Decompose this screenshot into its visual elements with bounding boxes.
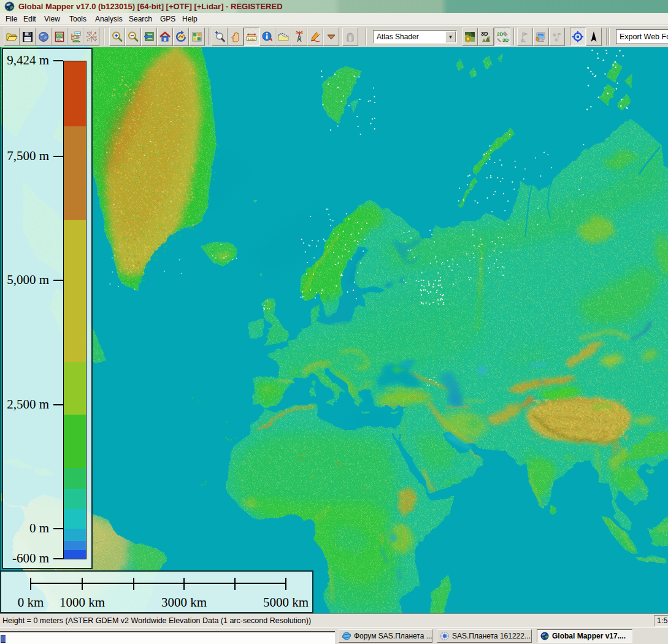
svg-text:3D: 3D	[502, 37, 509, 43]
svg-text:2D: 2D	[497, 31, 503, 37]
svg-text:3D: 3D	[481, 31, 488, 37]
